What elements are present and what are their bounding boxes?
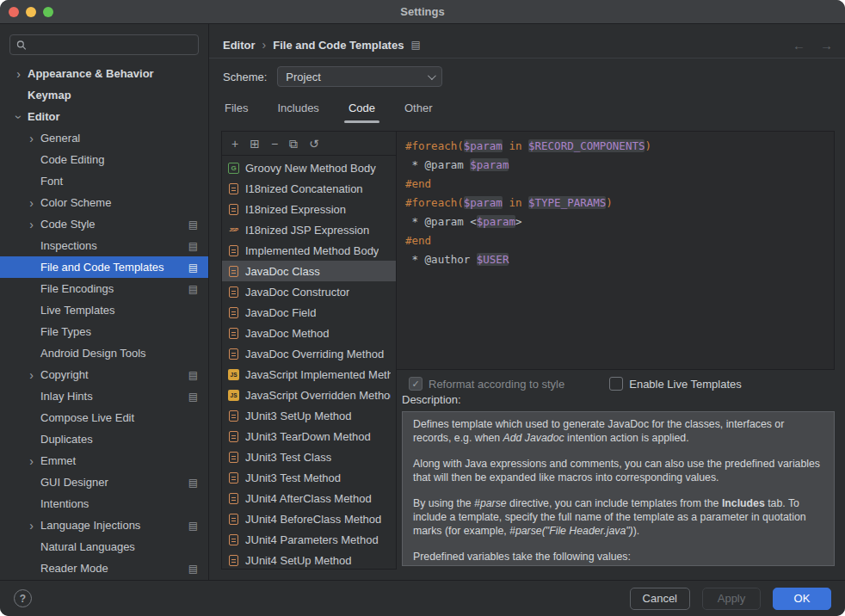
template-item-junit4-afterclass-method[interactable]: JUnit4 AfterClass Method xyxy=(222,488,396,508)
template-file-icon xyxy=(229,245,238,256)
sidebar-item-color-scheme[interactable]: ›Color Scheme xyxy=(0,192,208,213)
code-token: * @param < xyxy=(405,215,477,228)
back-button[interactable]: ← xyxy=(793,38,805,52)
template-item-javascript-overridden-method[interactable]: JSJavaScript Overridden Method xyxy=(222,385,396,405)
template-item-implemented-method-body[interactable]: Implemented Method Body xyxy=(222,240,396,261)
sidebar-item-inspections[interactable]: Inspections▤ xyxy=(0,235,208,256)
template-item-javadoc-constructor[interactable]: JavaDoc Constructor xyxy=(222,281,396,302)
close-button[interactable] xyxy=(9,7,19,17)
reformat-checkbox-label: Reformat according to style xyxy=(429,378,564,391)
template-item-i18nized-concatenation[interactable]: I18nized Concatenation xyxy=(222,178,396,199)
sidebar-item-emmet[interactable]: ›Emmet xyxy=(0,450,208,471)
chevron-right-icon[interactable]: › xyxy=(24,369,39,381)
sidebar-item-label: Color Scheme xyxy=(40,196,111,209)
ok-button[interactable]: OK xyxy=(773,588,831,610)
settings-search-box[interactable] xyxy=(9,34,199,55)
template-file-icon xyxy=(229,286,238,298)
sidebar-item-duplicates[interactable]: Duplicates xyxy=(0,428,208,450)
code-token: * @author xyxy=(405,253,477,266)
sidebar-item-language-injections[interactable]: ›Language Injections▤ xyxy=(0,514,208,536)
code-token: $param xyxy=(477,215,515,228)
code-line: #end xyxy=(405,231,825,250)
template-item-junit4-parameters-method[interactable]: JUnit4 Parameters Method xyxy=(222,529,396,550)
template-item-javadoc-overriding-method[interactable]: JavaDoc Overriding Method xyxy=(222,343,396,364)
sidebar-item-label: Code Editing xyxy=(40,153,104,166)
apply-button[interactable]: Apply xyxy=(702,588,761,610)
sidebar-item-natural-languages[interactable]: Natural Languages xyxy=(0,536,208,557)
template-item-javascript-implemented-method[interactable]: JSJavaScript Implemented Method xyxy=(222,364,396,385)
search-input[interactable] xyxy=(31,39,192,52)
sidebar-item-copyright[interactable]: ›Copyright▤ xyxy=(0,364,208,385)
titlebar: Settings xyxy=(0,0,845,24)
search-icon xyxy=(16,40,27,51)
reset-to-default-button[interactable]: ↺ xyxy=(309,138,319,150)
create-child-template-button[interactable]: ⊞ xyxy=(250,138,260,150)
sidebar-item-live-templates[interactable]: Live Templates xyxy=(0,299,208,321)
chevron-down-icon[interactable]: › xyxy=(13,109,25,124)
chevron-right-icon[interactable]: › xyxy=(24,132,39,145)
chevron-right-icon[interactable]: › xyxy=(24,197,39,209)
project-settings-icon: ▤ xyxy=(188,563,198,575)
template-item-junit3-test-class[interactable]: JUnit3 Test Class xyxy=(222,447,396,467)
tab-other[interactable]: Other xyxy=(403,98,435,123)
template-item-junit4-beforeclass-method[interactable]: JUnit4 BeforeClass Method xyxy=(222,508,396,529)
settings-sidebar: ›Appearance & BehaviorKeymap›Editor›Gene… xyxy=(0,24,209,580)
tab-files[interactable]: Files xyxy=(223,98,250,123)
description-paragraph: By using the #parse directive, you can i… xyxy=(413,496,823,538)
chevron-right-icon[interactable]: › xyxy=(11,68,26,80)
sidebar-item-inlay-hints[interactable]: Inlay Hints▤ xyxy=(0,385,208,407)
zoom-button[interactable] xyxy=(43,7,53,17)
sidebar-item-font[interactable]: Font xyxy=(0,170,208,192)
enable-live-templates-checkbox[interactable]: Enable Live Templates xyxy=(609,377,742,391)
template-item-javadoc-method[interactable]: JavaDoc Method xyxy=(222,323,396,343)
sidebar-item-android-design-tools[interactable]: Android Design Tools xyxy=(0,342,208,364)
template-name: JavaScript Overridden Method xyxy=(245,389,391,402)
sidebar-item-appearance-behavior[interactable]: ›Appearance & Behavior xyxy=(0,63,208,84)
template-item-junit3-teardown-method[interactable]: JUnit3 TearDown Method xyxy=(222,426,396,447)
sidebar-item-file-types[interactable]: File Types xyxy=(0,321,208,342)
tab-includes[interactable]: Includes xyxy=(275,98,320,123)
forward-button[interactable]: → xyxy=(820,38,833,52)
sidebar-item-code-style[interactable]: ›Code Style▤ xyxy=(0,213,208,235)
sidebar-item-file-encodings[interactable]: File Encodings▤ xyxy=(0,278,208,299)
sidebar-item-editor[interactable]: ›Editor xyxy=(0,106,208,127)
sidebar-item-label: File Encodings xyxy=(40,282,114,295)
add-template-button[interactable]: + xyxy=(231,138,238,150)
chevron-right-icon[interactable]: › xyxy=(24,455,39,467)
description-text: intention action is applied. xyxy=(564,432,689,444)
sidebar-item-compose-live-edit[interactable]: Compose Live Edit xyxy=(0,407,208,428)
sidebar-item-keymap[interactable]: Keymap xyxy=(0,84,208,106)
scheme-select[interactable]: Project xyxy=(277,66,442,87)
template-item-i18nized-expression[interactable]: I18nized Expression xyxy=(222,199,396,219)
chevron-right-icon[interactable]: › xyxy=(24,219,39,231)
template-item-javadoc-class[interactable]: JavaDoc Class xyxy=(222,261,396,281)
remove-template-button[interactable]: − xyxy=(271,138,278,150)
sidebar-item-general[interactable]: ›General xyxy=(0,127,208,149)
template-item-i18nized-jsp-expression[interactable]: JSPI18nized JSP Expression xyxy=(222,219,396,240)
chevron-down-icon xyxy=(428,71,436,80)
breadcrumb-item-editor[interactable]: Editor xyxy=(223,39,256,52)
copy-template-button[interactable]: ⧉ xyxy=(289,138,298,150)
template-item-junit3-test-method[interactable]: JUnit3 Test Method xyxy=(222,467,396,488)
sidebar-item-gui-designer[interactable]: GUI Designer▤ xyxy=(0,471,208,493)
code-line: #end xyxy=(405,175,825,194)
help-button[interactable]: ? xyxy=(14,589,32,607)
sidebar-item-file-and-code-templates[interactable]: File and Code Templates▤ xyxy=(0,256,208,278)
checkbox-unchecked-icon[interactable] xyxy=(609,377,623,391)
cancel-button[interactable]: Cancel xyxy=(630,588,690,610)
template-item-junit3-setup-method[interactable]: JUnit3 SetUp Method xyxy=(222,405,396,426)
code-token: $RECORD_COMPONENTS xyxy=(528,139,645,152)
sidebar-item-intentions[interactable]: Intentions xyxy=(0,493,208,514)
template-item-junit4-setup-method[interactable]: JUnit4 SetUp Method xyxy=(222,550,396,569)
code-token: $TYPE_PARAMS xyxy=(528,196,606,209)
template-item-javadoc-field[interactable]: JavaDoc Field xyxy=(222,302,396,323)
project-settings-icon: ▤ xyxy=(188,520,198,532)
template-editor[interactable]: #foreach($param in $RECORD_COMPONENTS) *… xyxy=(397,131,835,370)
chevron-right-icon[interactable]: › xyxy=(24,520,39,532)
sidebar-item-reader-mode[interactable]: Reader Mode▤ xyxy=(0,557,208,579)
sidebar-item-code-editing[interactable]: Code Editing xyxy=(0,149,208,170)
tab-code[interactable]: Code xyxy=(347,98,377,123)
template-item-groovy-new-method-body[interactable]: GGroovy New Method Body xyxy=(222,157,396,178)
template-file-icon xyxy=(229,493,238,504)
minimize-button[interactable] xyxy=(26,7,36,17)
